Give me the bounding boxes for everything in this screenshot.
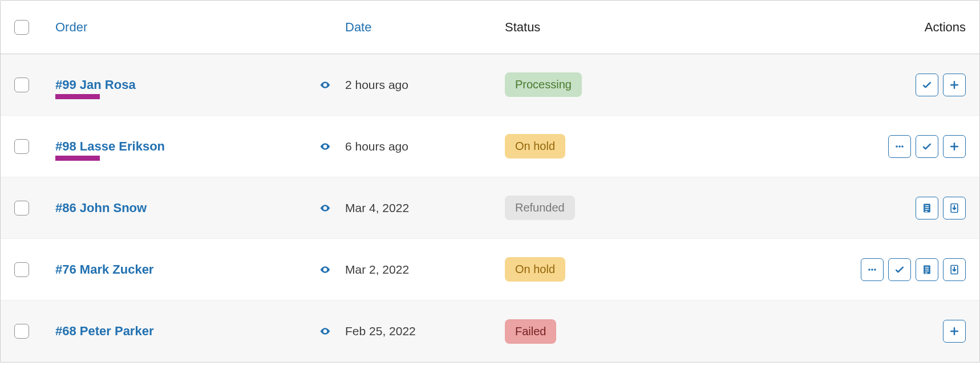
download-button[interactable] bbox=[943, 258, 966, 281]
order-link[interactable]: #68 Peter Parker bbox=[55, 324, 153, 338]
order-date: Mar 4, 2022 bbox=[345, 201, 409, 215]
status-badge: On hold bbox=[505, 134, 565, 158]
status-badge: On hold bbox=[505, 257, 565, 282]
plus-icon bbox=[949, 326, 960, 337]
check-button[interactable] bbox=[916, 135, 938, 158]
download-icon bbox=[949, 202, 960, 214]
status-badge: Processing bbox=[505, 72, 582, 97]
plus-button[interactable] bbox=[943, 135, 966, 158]
row-checkbox[interactable] bbox=[14, 324, 29, 339]
order-date: 6 hours ago bbox=[345, 140, 408, 153]
column-header-actions: Actions bbox=[925, 20, 966, 35]
invoice-icon bbox=[921, 202, 933, 214]
table-row: #99 Jan Rosa2 hours agoProcessing bbox=[1, 54, 979, 116]
more-actions-icon bbox=[894, 141, 905, 152]
table-header-row: Order Date Status Actions bbox=[1, 1, 979, 54]
order-date: Mar 2, 2022 bbox=[345, 263, 409, 276]
row-checkbox[interactable] bbox=[14, 262, 29, 277]
table-row: #86 John SnowMar 4, 2022Refunded bbox=[1, 177, 979, 239]
invoice-button[interactable] bbox=[916, 258, 938, 281]
preview-eye-icon[interactable] bbox=[318, 264, 333, 275]
highlight-bar bbox=[55, 94, 100, 99]
preview-eye-icon[interactable] bbox=[318, 141, 333, 152]
more-actions-button[interactable] bbox=[861, 258, 884, 281]
preview-eye-icon[interactable] bbox=[318, 79, 333, 91]
check-button[interactable] bbox=[888, 258, 911, 281]
order-date: Feb 25, 2022 bbox=[345, 324, 416, 338]
plus-icon bbox=[949, 79, 960, 91]
plus-button[interactable] bbox=[943, 320, 966, 343]
plus-icon bbox=[949, 141, 960, 152]
invoice-button[interactable] bbox=[916, 197, 938, 219]
row-checkbox[interactable] bbox=[14, 201, 29, 215]
column-header-order[interactable]: Order bbox=[55, 20, 87, 35]
invoice-icon bbox=[921, 264, 933, 275]
preview-eye-icon[interactable] bbox=[318, 326, 333, 337]
orders-table: Order Date Status Actions #99 Jan Rosa2 … bbox=[0, 0, 980, 363]
download-button[interactable] bbox=[943, 197, 966, 219]
column-header-date[interactable]: Date bbox=[345, 20, 371, 35]
status-badge: Failed bbox=[505, 319, 556, 344]
table-row: #98 Lasse Erikson6 hours agoOn hold bbox=[1, 116, 979, 177]
plus-button[interactable] bbox=[943, 74, 966, 96]
more-actions-icon bbox=[866, 264, 878, 275]
order-link[interactable]: #76 Mark Zucker bbox=[55, 262, 153, 276]
row-checkbox[interactable] bbox=[14, 139, 29, 154]
more-actions-button[interactable] bbox=[888, 135, 911, 158]
check-icon bbox=[921, 79, 933, 91]
status-badge: Refunded bbox=[505, 196, 575, 220]
column-header-status: Status bbox=[505, 20, 540, 35]
check-icon bbox=[921, 141, 933, 152]
table-row: #68 Peter ParkerFeb 25, 2022Failed bbox=[1, 300, 979, 362]
order-link[interactable]: #99 Jan Rosa bbox=[55, 78, 136, 92]
preview-eye-icon[interactable] bbox=[318, 202, 333, 214]
order-link[interactable]: #98 Lasse Erikson bbox=[55, 139, 165, 153]
table-row: #76 Mark ZuckerMar 2, 2022On hold bbox=[1, 239, 979, 300]
row-checkbox[interactable] bbox=[14, 78, 29, 92]
download-icon bbox=[949, 264, 960, 275]
order-link[interactable]: #86 John Snow bbox=[55, 201, 147, 215]
check-icon bbox=[894, 264, 905, 275]
select-all-checkbox[interactable] bbox=[14, 20, 29, 35]
highlight-bar bbox=[55, 156, 100, 161]
check-button[interactable] bbox=[916, 74, 938, 96]
order-date: 2 hours ago bbox=[345, 78, 408, 92]
